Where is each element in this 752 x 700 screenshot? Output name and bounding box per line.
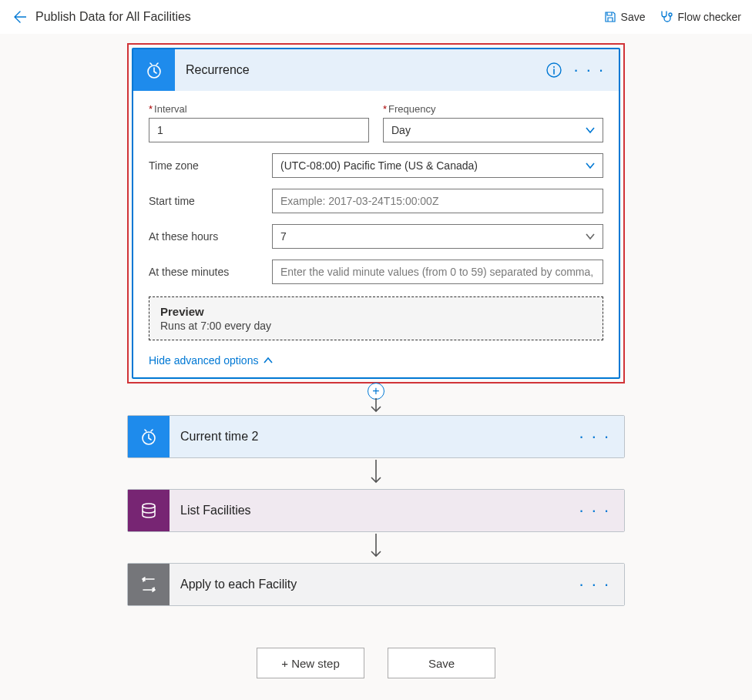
clock-icon	[133, 49, 175, 91]
top-bar: Publish Data for All Facilities Save Flo…	[0, 0, 752, 34]
new-step-button[interactable]: + New step	[257, 648, 364, 678]
hours-value: 7	[280, 230, 287, 243]
info-icon[interactable]	[546, 62, 562, 79]
timezone-value: (UTC-08:00) Pacific Time (US & Canada)	[280, 159, 478, 172]
chevron-down-icon	[584, 230, 596, 243]
database-icon	[128, 490, 170, 531]
svg-point-3	[553, 66, 555, 68]
hide-advanced-label: Hide advanced options	[149, 354, 258, 367]
frequency-select[interactable]: Day	[383, 118, 603, 142]
chevron-down-icon	[584, 124, 596, 136]
save-button-top[interactable]: Save	[604, 11, 646, 23]
timezone-select[interactable]: (UTC-08:00) Pacific Time (US & Canada)	[272, 153, 603, 178]
page-title: Publish Data for All Facilities	[35, 10, 191, 24]
minutes-label: At these minutes	[149, 266, 272, 278]
current-time-card[interactable]: Current time 2 · · ·	[127, 415, 625, 458]
back-arrow-icon[interactable]	[11, 9, 26, 25]
recurrence-header[interactable]: Recurrence · · ·	[133, 49, 619, 91]
svg-point-0	[669, 13, 672, 16]
more-icon[interactable]: · · ·	[579, 576, 610, 593]
preview-box: Preview Runs at 7:00 every day	[149, 296, 603, 340]
arrow-down-icon	[368, 460, 384, 486]
chevron-down-icon	[584, 159, 596, 172]
preview-title: Preview	[160, 305, 592, 318]
recurrence-title: Recurrence	[175, 63, 546, 77]
starttime-input[interactable]	[272, 189, 603, 213]
preview-text: Runs at 7:00 every day	[160, 320, 592, 332]
list-facilities-title: List Facilities	[170, 504, 579, 517]
hours-select[interactable]: 7	[272, 224, 603, 249]
svg-point-5	[143, 504, 155, 508]
frequency-label: Frequency	[388, 103, 435, 115]
save-label-top: Save	[621, 11, 646, 23]
chevron-up-icon	[263, 355, 274, 366]
apply-each-card[interactable]: Apply to each Facility · · ·	[127, 563, 625, 606]
starttime-label: Start time	[149, 195, 272, 207]
save-button-bottom[interactable]: Save	[388, 648, 495, 678]
recurrence-card[interactable]: Recurrence · · · *Interval	[132, 48, 620, 379]
add-step-plus-icon[interactable]: +	[368, 383, 384, 400]
current-time-title: Current time 2	[170, 430, 579, 444]
save-icon	[604, 11, 616, 23]
recurrence-body: *Interval *Frequency Day Time zone	[133, 91, 619, 377]
flow-checker-label: Flow checker	[678, 11, 741, 23]
minutes-input[interactable]	[272, 260, 603, 284]
hide-advanced-link[interactable]: Hide advanced options	[149, 354, 603, 367]
recurrence-more-icon[interactable]: · · ·	[573, 62, 605, 79]
timezone-label: Time zone	[149, 159, 272, 172]
more-icon[interactable]: · · ·	[579, 428, 610, 445]
required-mark: *	[149, 103, 153, 115]
arrow-down-icon	[368, 534, 384, 560]
hours-label: At these hours	[149, 230, 272, 243]
recurrence-highlight: Recurrence · · · *Interval	[127, 43, 625, 383]
arrow-down-icon	[368, 398, 384, 415]
clock-icon	[128, 416, 170, 457]
interval-label: Interval	[154, 103, 187, 115]
flow-checker-button[interactable]: Flow checker	[660, 10, 741, 24]
stethoscope-icon	[660, 10, 673, 24]
apply-each-title: Apply to each Facility	[170, 578, 579, 591]
required-mark: *	[383, 103, 387, 115]
loop-icon	[128, 564, 170, 605]
list-facilities-card[interactable]: List Facilities · · ·	[127, 489, 625, 532]
more-icon[interactable]: · · ·	[579, 502, 610, 519]
frequency-value: Day	[391, 124, 411, 136]
interval-input[interactable]	[149, 118, 369, 142]
